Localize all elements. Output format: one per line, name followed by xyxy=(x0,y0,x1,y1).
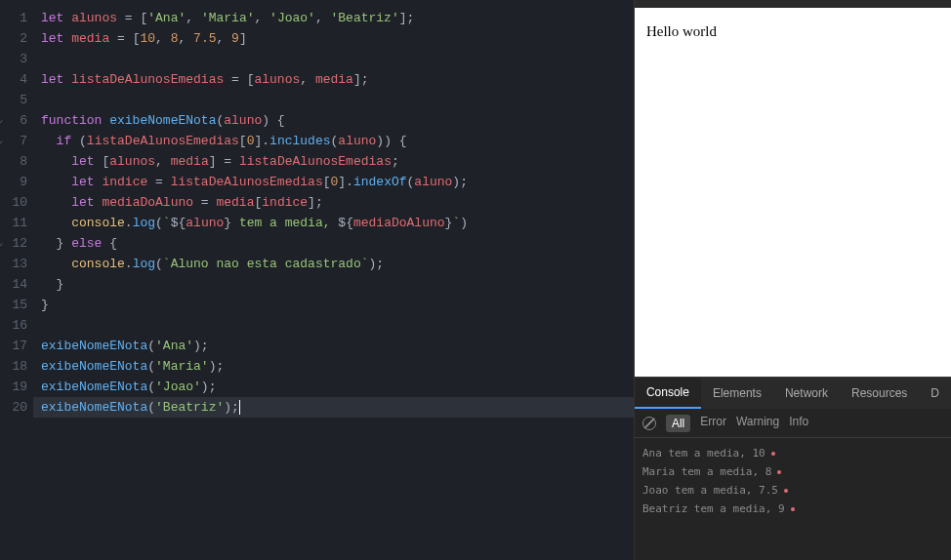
right-pane: Hello world ConsoleElementsNetworkResour… xyxy=(634,0,951,560)
line-number: 17 xyxy=(0,336,33,356)
code-line[interactable]: let alunos = ['Ana', 'Maria', 'Joao', 'B… xyxy=(33,8,634,28)
console-filter-all[interactable]: All xyxy=(666,415,690,432)
code-line[interactable]: } xyxy=(33,295,634,315)
code-line[interactable] xyxy=(33,90,634,110)
line-number: ⌄7 xyxy=(0,131,33,151)
console-log-line[interactable]: Maria tem a media, 8 xyxy=(642,462,943,481)
line-number: 14 xyxy=(0,274,33,295)
line-number: 13 xyxy=(0,254,33,274)
line-number: ⌄12 xyxy=(0,233,33,254)
fold-chevron-icon[interactable]: ⌄ xyxy=(0,110,3,131)
line-number: 16 xyxy=(0,315,33,336)
code-line[interactable]: exibeNomeENota('Joao'); xyxy=(33,377,634,397)
line-number: 19 xyxy=(0,377,33,397)
devtools: ConsoleElementsNetworkResourcesD AllErro… xyxy=(635,377,951,560)
devtools-tab-network[interactable]: Network xyxy=(773,378,840,409)
code-line[interactable]: } xyxy=(33,274,634,295)
code-line[interactable]: let mediaDoAluno = media[indice]; xyxy=(33,192,634,213)
code-line[interactable]: exibeNomeENota('Maria'); xyxy=(33,356,634,377)
devtools-tabs: ConsoleElementsNetworkResourcesD xyxy=(635,378,951,409)
log-source-dot-icon xyxy=(791,507,795,511)
code-line[interactable]: let listaDeAlunosEmedias = [alunos, medi… xyxy=(33,69,634,90)
console-log-line[interactable]: Ana tem a media, 10 xyxy=(642,444,943,462)
devtools-tab-resources[interactable]: Resources xyxy=(840,378,919,409)
line-number: ⌄6 xyxy=(0,110,33,131)
log-source-dot-icon xyxy=(771,452,775,456)
code-line[interactable] xyxy=(33,49,634,69)
code-line[interactable]: let [alunos, media] = listaDeAlunosEmedi… xyxy=(33,151,634,172)
line-number: 2 xyxy=(0,28,33,49)
line-number: 18 xyxy=(0,356,33,377)
line-number: 15 xyxy=(0,295,33,315)
line-number: 9 xyxy=(0,172,33,192)
code-line[interactable]: console.log(`${aluno} tem a media, ${med… xyxy=(33,213,634,233)
code-line[interactable]: let media = [10, 8, 7.5, 9] xyxy=(33,28,634,49)
line-number: 11 xyxy=(0,213,33,233)
code-line[interactable] xyxy=(33,315,634,336)
console-filter-error[interactable]: Error xyxy=(700,415,726,432)
text-cursor xyxy=(239,400,240,415)
url-bar[interactable] xyxy=(635,0,951,8)
code-line[interactable]: let indice = listaDeAlunosEmedias[0].ind… xyxy=(33,172,634,192)
console-log-line[interactable]: Beatriz tem a media, 9 xyxy=(642,500,943,518)
line-number: 1 xyxy=(0,8,33,28)
console-log-line[interactable]: Joao tem a media, 7.5 xyxy=(642,481,943,500)
line-gutter: 12345⌄6⌄7891011⌄121314151617181920 xyxy=(0,0,33,560)
code-line[interactable]: if (listaDeAlunosEmedias[0].includes(alu… xyxy=(33,131,634,151)
devtools-tab-d[interactable]: D xyxy=(919,378,951,409)
fold-chevron-icon[interactable]: ⌄ xyxy=(0,233,3,254)
line-number: 20 xyxy=(0,397,33,418)
console-filter-info[interactable]: Info xyxy=(789,415,808,432)
log-source-dot-icon xyxy=(784,489,788,493)
console-filter-warning[interactable]: Warning xyxy=(736,415,779,432)
line-number: 4 xyxy=(0,69,33,90)
devtools-tab-console[interactable]: Console xyxy=(635,378,701,409)
clear-console-icon[interactable] xyxy=(642,417,656,430)
line-number: 10 xyxy=(0,192,33,213)
editor-pane: 12345⌄6⌄7891011⌄121314151617181920 let a… xyxy=(0,0,634,560)
fold-chevron-icon[interactable]: ⌄ xyxy=(0,131,3,151)
code-line[interactable]: exibeNomeENota('Ana'); xyxy=(33,336,634,356)
code-line[interactable]: exibeNomeENota('Beatriz'); xyxy=(33,397,634,418)
line-number: 3 xyxy=(0,49,33,69)
code-line[interactable]: } else { xyxy=(33,233,634,254)
output-pane: Hello world xyxy=(635,8,951,377)
code-line[interactable]: function exibeNomeENota(aluno) { xyxy=(33,110,634,131)
code-area[interactable]: let alunos = ['Ana', 'Maria', 'Joao', 'B… xyxy=(33,0,634,560)
devtools-tab-elements[interactable]: Elements xyxy=(701,378,773,409)
console-filters: AllErrorWarningInfo xyxy=(635,409,951,438)
line-number: 5 xyxy=(0,90,33,110)
code-line[interactable]: console.log(`Aluno nao esta cadastrado`)… xyxy=(33,254,634,274)
log-source-dot-icon xyxy=(777,470,781,474)
line-number: 8 xyxy=(0,151,33,172)
console-log: Ana tem a media, 10Maria tem a media, 8J… xyxy=(635,438,951,560)
output-text: Hello world xyxy=(646,23,717,39)
